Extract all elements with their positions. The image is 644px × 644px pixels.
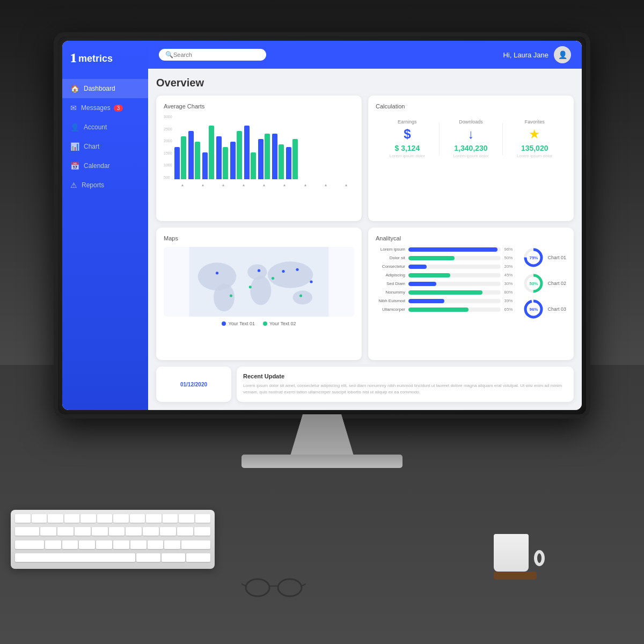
bar-list: Lorem ipsum 96% Dolor sit: [376, 247, 517, 320]
monitor-screen: 𝟏 metrics 🏠 Dashboard ✉ Messages 3 👤: [62, 41, 582, 410]
bar-label-5: Sed Diam: [376, 281, 405, 286]
avatar[interactable]: 👤: [554, 46, 571, 63]
analytical-card: Analitycal Lorem ipsum 96%: [368, 228, 574, 360]
bar-green-6: [251, 152, 256, 179]
bar-green-4: [223, 147, 228, 179]
mug-handle: [534, 550, 545, 566]
enter-key[interactable]: [181, 540, 210, 549]
donut-item-2: 50% Chart 02: [523, 273, 566, 294]
search-bar[interactable]: 🔍: [159, 49, 266, 61]
key[interactable]: [113, 514, 129, 523]
key[interactable]: [126, 527, 142, 536]
key[interactable]: [164, 540, 180, 549]
monitor: 𝟏 metrics 🏠 Dashboard ✉ Messages 3 👤: [54, 32, 590, 419]
earnings-icon: $: [380, 127, 435, 142]
map-legend: Your Text 01 Your Text 02: [164, 321, 354, 326]
svg-line-26: [302, 584, 306, 586]
search-input[interactable]: [173, 52, 254, 58]
bar-group-3: [202, 126, 214, 179]
key[interactable]: [15, 540, 44, 549]
maps-card: Maps: [156, 228, 362, 360]
key[interactable]: [80, 514, 96, 523]
key[interactable]: [32, 514, 47, 523]
analytical-title: Analitycal: [376, 235, 566, 241]
recent-card: Recent Update Lorem ipsum dolor sit amet…: [237, 367, 574, 402]
sidebar-item-chart[interactable]: 📊 Chart: [62, 137, 148, 156]
key[interactable]: [163, 514, 178, 523]
bar-track-3: [408, 265, 501, 269]
key[interactable]: [109, 527, 125, 536]
donut-circle-1: 75%: [523, 247, 544, 268]
bar-track-7: [408, 299, 501, 303]
key[interactable]: [48, 514, 63, 523]
key[interactable]: [113, 540, 129, 549]
legend-dot-1: [222, 321, 226, 326]
key[interactable]: [194, 527, 210, 536]
favorites-item: Favorites ★ 135,020 Lorem ipsum dolor: [503, 115, 566, 163]
bar-fill-6: [408, 290, 482, 295]
spacebar-key[interactable]: [15, 553, 135, 562]
key[interactable]: [162, 553, 186, 562]
bar-track-1: [408, 247, 501, 252]
sidebar-item-reports[interactable]: ⚠ Reports: [62, 175, 148, 195]
key[interactable]: [57, 527, 74, 536]
x-label-1: ▴: [181, 182, 184, 187]
world-map: [164, 247, 354, 317]
x-label-2: ▴: [202, 182, 204, 187]
key[interactable]: [195, 514, 211, 523]
key[interactable]: [146, 514, 162, 523]
key[interactable]: [40, 527, 56, 536]
bar-fill-2: [408, 256, 455, 260]
bar-track-2: [408, 256, 501, 260]
nav-label-dashboard: Dashboard: [84, 85, 115, 92]
key[interactable]: [96, 540, 112, 549]
key[interactable]: [45, 540, 61, 549]
key[interactable]: [148, 540, 164, 549]
key[interactable]: [130, 514, 145, 523]
key[interactable]: [62, 540, 78, 549]
x-label-6: ▴: [283, 182, 286, 187]
favorites-icon: ★: [507, 127, 562, 142]
key[interactable]: [136, 553, 160, 562]
sidebar-item-messages[interactable]: ✉ Messages 3: [62, 98, 148, 118]
y-label-3: 2000: [164, 139, 172, 143]
app-layout: 𝟏 metrics 🏠 Dashboard ✉ Messages 3 👤: [62, 41, 582, 410]
sidebar-item-account[interactable]: 👤 Account: [62, 118, 148, 137]
svg-line-25: [241, 584, 246, 586]
key[interactable]: [64, 514, 80, 523]
home-icon: 🏠: [70, 84, 79, 93]
legend-label-2: Your Text 02: [269, 321, 296, 326]
key[interactable]: [160, 527, 176, 536]
bar-label-3: Consectetur: [376, 264, 405, 269]
key[interactable]: [130, 540, 147, 549]
bar-blue-1: [174, 147, 180, 179]
bar-blue-7: [258, 139, 264, 179]
downloads-sublabel: Lorem ipsum dolor: [444, 153, 499, 158]
y-label-2: 2500: [164, 127, 172, 131]
sidebar-item-dashboard[interactable]: 🏠 Dashboard: [62, 79, 148, 98]
key[interactable]: [92, 527, 108, 536]
bar-fill-4: [408, 273, 450, 277]
key[interactable]: [15, 514, 31, 523]
sidebar-item-calendar[interactable]: 📅 Calendar: [62, 156, 148, 175]
bar-group-9: [286, 139, 298, 179]
key[interactable]: [179, 514, 194, 523]
key[interactable]: [15, 527, 39, 536]
bar-label-1: Lorem ipsum: [376, 247, 405, 252]
key[interactable]: [177, 527, 193, 536]
bar-track-4: [408, 273, 501, 277]
bar-fill-3: [408, 265, 427, 269]
donut-circle-2: 50%: [523, 273, 544, 294]
key[interactable]: [97, 514, 113, 523]
bar-blue-3: [202, 152, 208, 179]
favorites-value: 135,020: [507, 144, 562, 152]
key[interactable]: [79, 540, 95, 549]
reports-icon: ⚠: [70, 181, 77, 189]
key[interactable]: [186, 553, 210, 562]
bar-row-5: Sed Diam 30%: [376, 281, 517, 286]
sidebar: 𝟏 metrics 🏠 Dashboard ✉ Messages 3 👤: [62, 41, 148, 410]
key[interactable]: [75, 527, 91, 536]
key[interactable]: [143, 527, 159, 536]
mug-coaster: [494, 572, 537, 580]
earnings-item: Earnings $ $ 3,124 Lorem ipsum dolor: [376, 115, 439, 163]
